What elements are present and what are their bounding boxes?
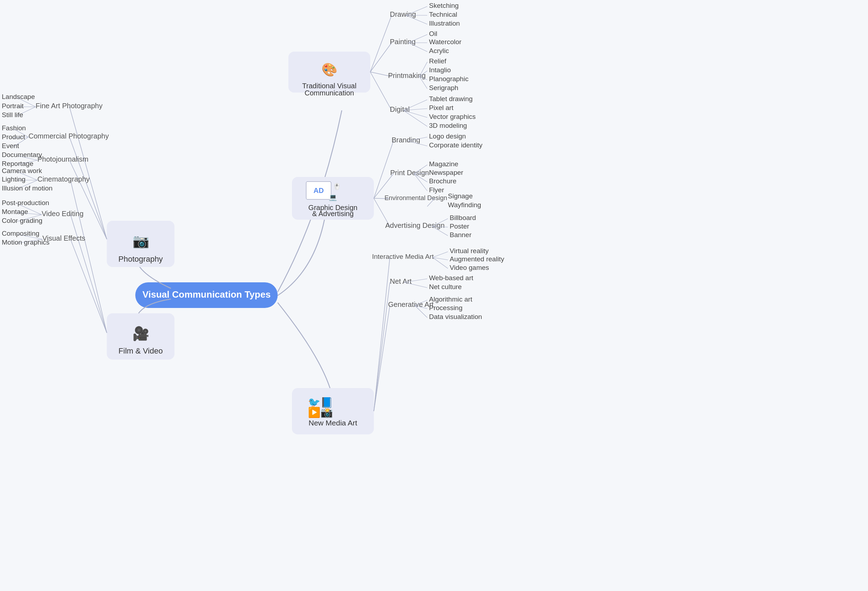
svg-text:Net culture: Net culture bbox=[429, 283, 462, 291]
svg-text:Branding: Branding bbox=[392, 136, 420, 144]
svg-text:🖱️: 🖱️ bbox=[333, 183, 341, 191]
svg-text:Sketching: Sketching bbox=[429, 2, 459, 9]
svg-text:🎥: 🎥 bbox=[133, 325, 149, 342]
svg-text:Intaglio: Intaglio bbox=[429, 66, 451, 74]
svg-text:🎨: 🎨 bbox=[322, 62, 338, 77]
svg-text:Commercial Photography: Commercial Photography bbox=[28, 132, 109, 140]
svg-text:Post-production: Post-production bbox=[2, 199, 49, 207]
svg-text:New Media Art: New Media Art bbox=[309, 419, 357, 427]
svg-text:Photojournalism: Photojournalism bbox=[37, 155, 88, 163]
svg-text:& Advertising: & Advertising bbox=[312, 210, 354, 217]
svg-text:AD: AD bbox=[314, 186, 324, 194]
svg-text:Flyer: Flyer bbox=[429, 186, 444, 194]
svg-text:Event: Event bbox=[2, 142, 19, 149]
svg-text:Product: Product bbox=[2, 133, 25, 140]
svg-text:Motion graphics: Motion graphics bbox=[2, 239, 50, 246]
svg-text:Signage: Signage bbox=[448, 192, 473, 200]
svg-text:Drawing: Drawing bbox=[390, 10, 416, 18]
svg-text:Color grading: Color grading bbox=[2, 217, 42, 224]
svg-text:Tablet drawing: Tablet drawing bbox=[429, 95, 473, 102]
svg-text:Planographic: Planographic bbox=[429, 75, 468, 83]
svg-text:Print Design: Print Design bbox=[390, 169, 429, 177]
center-label: Visual Communication Types bbox=[142, 289, 270, 300]
svg-text:Banner: Banner bbox=[450, 231, 472, 239]
svg-text:Documentary: Documentary bbox=[2, 151, 42, 158]
svg-text:Billboard: Billboard bbox=[450, 214, 476, 222]
svg-text:Cinematography: Cinematography bbox=[37, 175, 90, 183]
svg-text:Pixel art: Pixel art bbox=[429, 104, 453, 111]
svg-text:Corporate identity: Corporate identity bbox=[429, 141, 483, 149]
svg-text:Communication: Communication bbox=[305, 89, 354, 97]
svg-text:Processing: Processing bbox=[429, 304, 462, 312]
svg-text:Still life: Still life bbox=[2, 111, 23, 118]
svg-text:Oil: Oil bbox=[429, 30, 437, 37]
svg-text:Video games: Video games bbox=[450, 264, 489, 271]
svg-text:Illustration: Illustration bbox=[429, 19, 460, 27]
svg-text:Advertising Design: Advertising Design bbox=[385, 222, 445, 229]
svg-text:Poster: Poster bbox=[450, 223, 469, 230]
svg-text:Interactive Media Art: Interactive Media Art bbox=[372, 253, 434, 260]
svg-text:Portrait: Portrait bbox=[2, 102, 24, 110]
svg-text:Camera work: Camera work bbox=[2, 167, 42, 174]
svg-text:Compositing: Compositing bbox=[2, 230, 40, 237]
svg-text:Digital: Digital bbox=[390, 105, 410, 113]
svg-text:Magazine: Magazine bbox=[429, 160, 458, 168]
svg-text:Watercolor: Watercolor bbox=[429, 38, 462, 46]
svg-text:Environmental Design: Environmental Design bbox=[384, 194, 447, 201]
svg-text:▶️: ▶️ bbox=[308, 406, 320, 418]
svg-text:💻: 💻 bbox=[329, 193, 337, 201]
svg-text:Logo design: Logo design bbox=[429, 133, 466, 140]
svg-text:Virtual reality: Virtual reality bbox=[450, 247, 489, 254]
svg-text:Algorithmic art: Algorithmic art bbox=[429, 296, 472, 303]
svg-text:Generative Art: Generative Art bbox=[388, 300, 434, 308]
svg-text:Technical: Technical bbox=[429, 11, 457, 18]
svg-text:📷: 📷 bbox=[133, 233, 149, 249]
svg-text:Film & Video: Film & Video bbox=[118, 346, 163, 355]
svg-text:Augmented reality: Augmented reality bbox=[450, 255, 505, 263]
svg-text:Data visualization: Data visualization bbox=[429, 313, 482, 321]
svg-text:Fashion: Fashion bbox=[2, 124, 26, 132]
svg-text:Net Art: Net Art bbox=[390, 277, 412, 285]
svg-text:Vector graphics: Vector graphics bbox=[429, 113, 476, 120]
svg-text:Acrylic: Acrylic bbox=[429, 47, 449, 55]
svg-text:📸: 📸 bbox=[320, 406, 333, 418]
svg-text:Serigraph: Serigraph bbox=[429, 84, 458, 92]
svg-rect-129 bbox=[292, 388, 374, 434]
svg-text:Wayfinding: Wayfinding bbox=[448, 201, 481, 208]
svg-text:Illusion of motion: Illusion of motion bbox=[2, 185, 53, 192]
svg-text:3D modeling: 3D modeling bbox=[429, 122, 467, 129]
svg-text:Brochure: Brochure bbox=[429, 177, 456, 185]
svg-text:Lighting: Lighting bbox=[2, 176, 26, 183]
svg-text:Montage: Montage bbox=[2, 208, 28, 216]
svg-text:Reportage: Reportage bbox=[2, 160, 34, 167]
svg-text:Newspaper: Newspaper bbox=[429, 169, 464, 176]
svg-text:Traditional Visual: Traditional Visual bbox=[302, 82, 356, 90]
svg-text:Relief: Relief bbox=[429, 57, 446, 65]
svg-text:Photography: Photography bbox=[118, 254, 163, 263]
svg-text:Video Editing: Video Editing bbox=[42, 210, 84, 217]
svg-text:Web-based art: Web-based art bbox=[429, 274, 474, 282]
svg-text:Landscape: Landscape bbox=[2, 93, 35, 100]
svg-text:Fine Art Photography: Fine Art Photography bbox=[35, 102, 103, 110]
